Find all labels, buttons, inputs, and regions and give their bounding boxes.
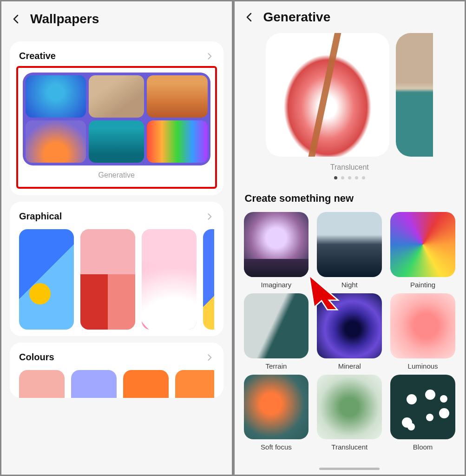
creative-header[interactable]: Creative [19,51,214,61]
hero-carousel[interactable] [235,33,465,157]
wallpaper-thumb[interactable] [80,229,135,330]
colours-row[interactable] [19,370,214,398]
header: Generative [235,1,465,33]
annotation-highlight: Generative [16,66,217,189]
graphical-title: Graphical [19,211,62,222]
carousel-dot[interactable] [348,176,351,179]
style-label: Soft focus [244,443,309,451]
header: Wallpapers [1,1,232,35]
style-label: Painting [390,281,455,289]
generative-collage [23,73,210,165]
generative-thumbnail[interactable] [23,73,210,165]
wallpaper-thumb[interactable] [19,229,74,330]
wallpaper-thumb[interactable] [142,229,197,330]
create-heading: Create something new [235,179,465,212]
style-item-bloom[interactable]: Bloom [390,375,455,451]
creative-title: Creative [19,51,56,61]
graphical-row[interactable] [19,229,214,330]
colour-swatch[interactable] [175,370,214,398]
style-item-painting[interactable]: Painting [390,212,455,289]
wallpapers-screen: Wallpapers Creative Generative [0,0,233,476]
style-thumb [317,212,382,277]
style-label: Imaginary [244,281,309,289]
carousel-dot[interactable] [334,176,337,179]
style-label: Terrain [244,362,309,370]
style-label: Bloom [390,443,455,451]
style-item-soft-focus[interactable]: Soft focus [244,375,309,451]
carousel-dot[interactable] [362,176,365,179]
chevron-right-icon [205,353,214,362]
back-icon[interactable] [11,13,22,25]
generative-caption: Generative [23,171,210,179]
chevron-right-icon [205,212,214,221]
style-item-night[interactable]: Night [317,212,382,289]
colour-swatch[interactable] [71,370,117,398]
style-thumb [317,375,382,440]
style-item-imaginary[interactable]: Imaginary [244,212,309,289]
creative-card: Creative Generative [10,41,223,195]
style-label: Translucent [317,443,382,451]
colours-title: Colours [19,352,54,363]
chevron-right-icon [205,52,214,61]
colour-swatch[interactable] [123,370,169,398]
hero-image[interactable] [266,33,389,157]
generative-screen: Generative Translucent Create something … [233,0,466,476]
graphical-card: Graphical [10,202,223,336]
carousel-dot[interactable] [355,176,358,179]
style-item-mineral[interactable]: Mineral [317,293,382,370]
hero-image-next[interactable] [396,33,433,157]
colours-card: Colours [10,343,223,398]
carousel-dot[interactable] [341,176,344,179]
hero-caption: Translucent [235,163,465,172]
style-thumb [244,293,309,358]
back-icon[interactable] [244,12,255,23]
style-item-terrain[interactable]: Terrain [244,293,309,370]
styles-grid: ImaginaryNightPaintingTerrainMineralLumi… [235,212,465,451]
colour-swatch[interactable] [19,370,65,398]
colours-header[interactable]: Colours [19,352,214,363]
style-thumb [390,293,455,358]
graphical-header[interactable]: Graphical [19,211,214,222]
style-thumb [244,212,309,277]
style-item-translucent[interactable]: Translucent [317,375,382,451]
style-thumb [317,293,382,358]
page-title: Generative [263,10,331,25]
wallpaper-thumb[interactable] [203,229,214,330]
style-thumb [390,375,455,440]
style-thumb [244,375,309,440]
style-label: Night [317,281,382,289]
style-thumb [390,212,455,277]
style-label: Mineral [317,362,382,370]
style-item-luminous[interactable]: Luminous [390,293,455,370]
home-indicator[interactable] [319,468,380,470]
page-title: Wallpapers [30,12,99,26]
style-label: Luminous [390,362,455,370]
carousel-dots [235,176,465,179]
